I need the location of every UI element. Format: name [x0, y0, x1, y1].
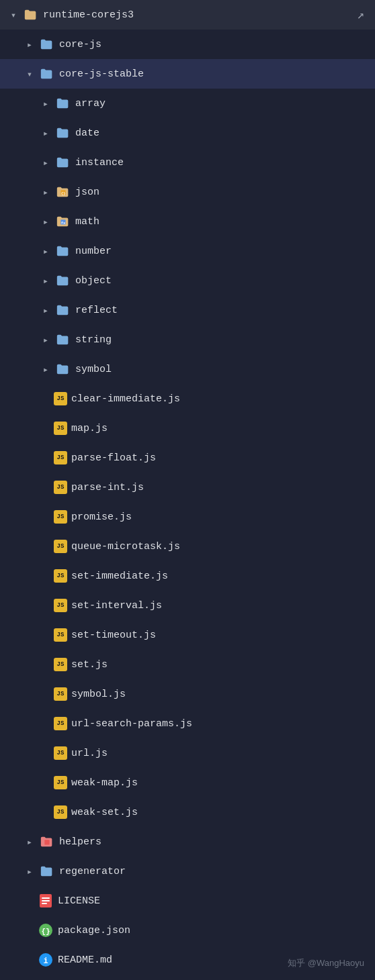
file-icon — [38, 64, 56, 83]
tree-item-weak-map.js[interactable]: JSweak-map.js — [0, 768, 375, 797]
tree-item-instance[interactable]: instance — [0, 148, 375, 177]
file-icon: JS — [54, 478, 71, 497]
svg-rect-8 — [42, 903, 47, 904]
file-icon — [38, 862, 56, 881]
item-label: object — [75, 275, 112, 287]
file-icon: JS — [54, 773, 71, 792]
tree-item-core-js[interactable]: core-js — [0, 30, 375, 59]
chevron-icon — [38, 361, 54, 377]
item-label: symbol.js — [71, 689, 126, 700]
tree-item-helpers[interactable]: helpers — [0, 827, 375, 856]
chevron-icon — [22, 863, 38, 879]
tree-item-LICENSE[interactable]: LICENSE — [0, 886, 375, 916]
item-label: set-timeout.js — [71, 630, 156, 641]
tree-item-date[interactable]: date — [0, 118, 375, 148]
item-label: promise.js — [71, 511, 132, 523]
svg-text:fx: fx — [61, 221, 66, 226]
tree-item-core-js-stable[interactable]: core-js-stable — [0, 59, 375, 89]
file-icon — [54, 330, 73, 349]
tree-item-symbol.js[interactable]: JSsymbol.js — [0, 679, 375, 709]
tree-root[interactable]: runtime-corejs3 ↗ — [0, 0, 375, 30]
watermark: 知乎 @WangHaoyu — [288, 957, 364, 969]
item-label: url.js — [71, 748, 108, 759]
file-icon: fx — [54, 212, 73, 231]
svg-text:{}: {} — [61, 191, 66, 196]
tree-item-object[interactable]: object — [0, 266, 375, 295]
chevron-icon — [38, 302, 54, 318]
file-icon: {} — [54, 183, 73, 201]
item-label: set-immediate.js — [71, 571, 168, 582]
item-label: number — [75, 246, 112, 257]
tree-item-parse-int.js[interactable]: JSparse-int.js — [0, 473, 375, 502]
tree-item-map.js[interactable]: JSmap.js — [0, 413, 375, 443]
file-icon — [38, 35, 56, 54]
tree-item-set-interval.js[interactable]: JSset-interval.js — [0, 591, 375, 620]
file-icon: JS — [54, 596, 71, 615]
file-icon — [54, 124, 73, 142]
item-label: json — [75, 187, 99, 198]
item-label: date — [75, 128, 99, 139]
file-icon — [38, 832, 56, 851]
tree-item-set-immediate.js[interactable]: JSset-immediate.js — [0, 561, 375, 591]
tree-item-queue-microtask.js[interactable]: JSqueue-microtask.js — [0, 532, 375, 561]
item-label: symbol — [75, 364, 112, 375]
folder-icon — [22, 5, 40, 24]
file-icon: JS — [54, 744, 71, 763]
tree-item-set.js[interactable]: JSset.js — [0, 650, 375, 679]
tree-item-string[interactable]: string — [0, 325, 375, 354]
item-label: array — [75, 98, 106, 109]
file-icon: JS — [54, 389, 71, 408]
chevron-icon — [38, 154, 54, 170]
file-icon: JS — [54, 537, 71, 556]
tree-item-package.json[interactable]: {} package.json — [0, 916, 375, 945]
tree-item-url-search-params.js[interactable]: JSurl-search-params.js — [0, 709, 375, 738]
tree-item-regenerator[interactable]: regenerator — [0, 856, 375, 886]
tree-item-json[interactable]: {} json — [0, 177, 375, 207]
item-label: queue-microtask.js — [71, 541, 180, 552]
item-label: string — [75, 334, 112, 346]
file-icon — [38, 891, 58, 910]
file-icon — [54, 271, 73, 290]
tree-item-set-timeout.js[interactable]: JSset-timeout.js — [0, 620, 375, 650]
file-icon — [54, 242, 73, 260]
chevron-icon — [38, 213, 54, 230]
file-icon: i — [38, 950, 58, 969]
svg-text:i: i — [43, 957, 48, 966]
tree-item-reflect[interactable]: reflect — [0, 295, 375, 325]
tree-items-container: core-js core-js-stable array date instan… — [0, 30, 375, 975]
item-label: math — [75, 216, 99, 228]
tree-item-url.js[interactable]: JSurl.js — [0, 738, 375, 768]
file-icon: JS — [54, 626, 71, 644]
tree-item-symbol[interactable]: symbol — [0, 354, 375, 384]
tree-item-clear-immediate.js[interactable]: JSclear-immediate.js — [0, 384, 375, 413]
tree-item-parse-float.js[interactable]: JSparse-float.js — [0, 443, 375, 473]
chevron-icon — [22, 66, 38, 82]
chevron-icon — [38, 243, 54, 259]
action-icon[interactable]: ↗ — [357, 7, 364, 22]
chevron-icon — [22, 36, 38, 52]
item-label: map.js — [71, 423, 108, 434]
item-label: set-interval.js — [71, 600, 162, 611]
item-label: instance — [75, 157, 124, 168]
file-icon: JS — [54, 714, 71, 733]
item-label: parse-int.js — [71, 482, 144, 493]
file-icon: JS — [54, 567, 71, 585]
file-icon — [54, 94, 73, 113]
svg-rect-7 — [42, 900, 50, 901]
file-icon: JS — [54, 803, 71, 822]
chevron-icon — [5, 7, 22, 23]
chevron-icon — [38, 184, 54, 200]
tree-item-math[interactable]: fx math — [0, 207, 375, 236]
item-label: package.json — [58, 925, 130, 936]
item-label: helpers — [59, 836, 101, 848]
item-label: parse-float.js — [71, 452, 156, 464]
svg-rect-4 — [44, 840, 49, 844]
tree-item-array[interactable]: array — [0, 89, 375, 118]
item-label: reflect — [75, 305, 118, 316]
tree-item-promise.js[interactable]: JSpromise.js — [0, 502, 375, 532]
tree-item-weak-set.js[interactable]: JSweak-set.js — [0, 797, 375, 827]
file-icon: {} — [38, 921, 58, 940]
item-label: weak-set.js — [71, 807, 138, 818]
item-label: set.js — [71, 659, 108, 671]
tree-item-number[interactable]: number — [0, 236, 375, 266]
